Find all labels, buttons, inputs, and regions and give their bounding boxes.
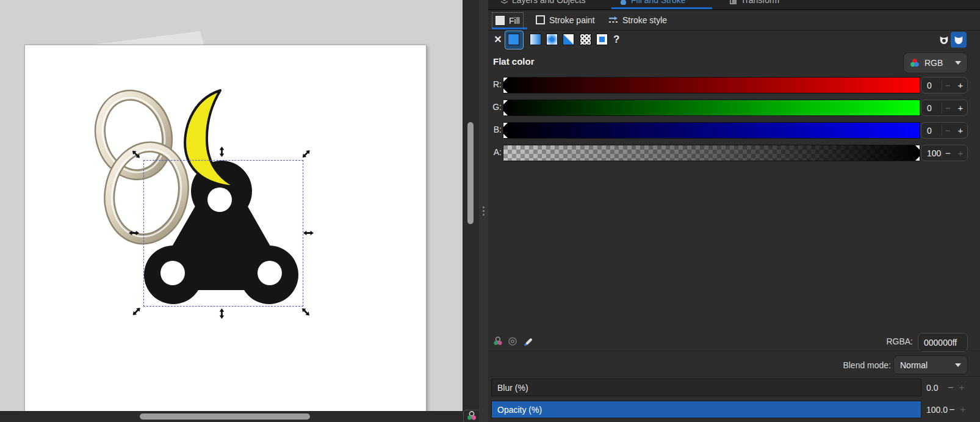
unknown-paint-button[interactable]: ? [613,32,619,46]
green-channel-row: G: 0 − + [488,100,980,116]
color-managed-icon [466,410,477,421]
red-decrement-button[interactable]: − [942,80,954,90]
layers-icon [500,0,508,5]
flat-color-icon [508,34,519,45]
nonzero-fill-rule-button[interactable] [951,32,967,48]
scale-handle-top[interactable] [217,146,228,157]
rgba-label: RGBA: [873,337,913,346]
opacity-increment-button[interactable]: + [958,404,968,415]
scale-handle-bottom[interactable] [217,308,228,319]
rgba-input[interactable]: 000000ff [918,333,968,352]
nonzero-fill-rule-icon [953,34,964,45]
red-channel-row: R: 0 − + [488,77,980,93]
blue-decrement-button[interactable]: − [942,125,954,136]
color-managed-button[interactable] [463,410,480,422]
vertical-scrollbar[interactable] [463,0,479,422]
red-slider[interactable] [503,77,920,93]
alpha-channel-row: A: 100 − + [488,145,980,161]
paint-type-row: ✕ ? [488,31,980,49]
opacity-decrement-button[interactable]: − [947,404,957,415]
separator [488,351,980,351]
blend-mode-label: Blend mode: [805,360,891,370]
fill-stroke-panel: Layers and Objects Fill and Stroke Trans… [488,0,980,422]
red-increment-button[interactable]: + [954,80,967,90]
opacity-slider[interactable]: Opacity (%) [491,401,921,418]
radial-gradient-icon [546,34,558,45]
red-spinbox[interactable]: 0 − + [921,77,968,93]
chevron-down-icon [955,363,961,367]
flat-color-button[interactable] [506,32,521,46]
no-paint-button[interactable]: ✕ [493,33,503,46]
swatch-icon [596,34,608,45]
stroke-style-icon [608,16,618,24]
blur-decrement-button[interactable]: − [946,382,956,393]
stroke-square-icon [536,15,545,24]
grip-dots-icon [483,206,485,208]
blur-slider[interactable]: Blur (%) [491,379,921,396]
alpha-increment-button[interactable]: + [954,148,967,158]
linear-gradient-icon [530,34,541,45]
swatch-button[interactable] [595,32,609,46]
blur-label: Blur (%) [497,383,528,393]
separator [488,9,980,10]
subtab-fill[interactable]: Fill [492,12,524,29]
scale-handle-right[interactable] [303,227,314,238]
rgb-wheel-icon [910,58,920,68]
pattern-icon [580,34,591,45]
blue-increment-button[interactable]: + [954,125,967,136]
color-picker-button[interactable] [522,335,535,347]
panel-splitter[interactable] [479,0,488,422]
blue-spinbox[interactable]: 0 − + [921,122,968,139]
fill-stroke-icon [619,0,627,5]
scale-handle-left[interactable] [128,227,139,238]
vertical-scrollbar-thumb[interactable] [467,122,474,224]
mesh-gradient-button[interactable] [561,32,575,46]
alpha-spinbox[interactable]: 100 − + [921,145,968,161]
active-subtab-underline [492,27,527,29]
blue-channel-row: B: 0 − + [488,122,980,139]
color-wheel-icon [492,336,503,347]
evenodd-fill-rule-icon [939,34,949,45]
transform-icon [729,0,737,5]
alpha-slider[interactable] [503,145,920,161]
green-increment-button[interactable]: + [954,103,967,113]
green-decrement-button[interactable]: − [942,103,954,113]
selection-marquee [143,160,303,307]
evenodd-fill-rule-button[interactable] [936,32,952,48]
color-wheel-button[interactable] [492,335,504,347]
cms-circle-button[interactable] [506,335,519,347]
tab-transform[interactable]: Transform [729,0,779,9]
mesh-gradient-icon [563,34,574,45]
horizontal-scrollbar-thumb[interactable] [140,413,310,420]
dialog-tab-bar: Layers and Objects Fill and Stroke Trans… [488,0,980,9]
separator [488,376,980,377]
fill-square-icon [495,16,505,25]
subtab-stroke-style[interactable]: Stroke style [608,12,667,27]
alpha-decrement-button[interactable]: − [942,148,954,158]
pattern-button[interactable] [578,32,593,46]
inkscape-window: Layers and Objects Fill and Stroke Trans… [0,0,980,422]
green-slider[interactable] [503,100,920,116]
tab-layers-and-objects[interactable]: Layers and Objects [500,0,586,9]
canvas-area[interactable] [0,0,463,411]
subtab-stroke-paint[interactable]: Stroke paint [536,12,595,27]
blend-mode-dropdown[interactable]: Normal [893,355,968,374]
blue-slider[interactable] [503,122,920,139]
color-mode-value: RGB [924,58,943,68]
paint-mode-title: Flat color [493,56,535,67]
chevron-down-icon [955,61,961,65]
horizontal-scrollbar[interactable] [0,411,463,422]
linear-gradient-button[interactable] [528,32,542,46]
blur-increment-button[interactable]: + [957,382,967,393]
opacity-label: Opacity (%) [497,405,542,415]
color-mode-dropdown[interactable]: RGB [903,53,968,73]
green-spinbox[interactable]: 0 − + [921,100,968,116]
cms-circle-icon [508,337,517,346]
color-picker-icon [523,336,534,347]
fill-stroke-subtabs: Fill Stroke paint Stroke style [488,11,980,29]
radial-gradient-button[interactable] [545,32,559,46]
